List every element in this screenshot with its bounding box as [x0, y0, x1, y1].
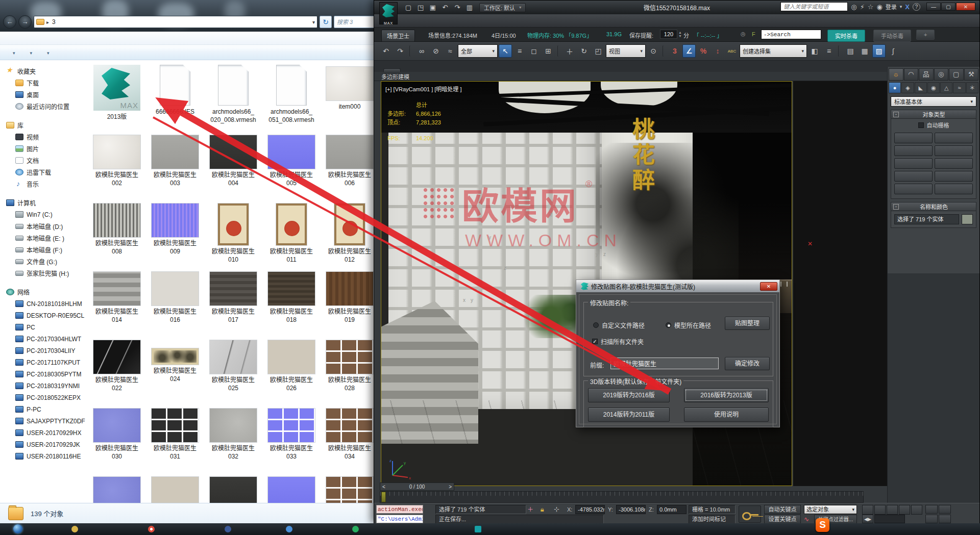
angle-snap-icon[interactable]: ∠	[682, 44, 696, 58]
file-item[interactable]: archmodels66_ 051_008.vrmesh	[263, 64, 320, 132]
separator[interactable]	[409, 45, 412, 57]
shapes-icon[interactable]: ◈	[901, 82, 914, 93]
add-time-tag[interactable]: 添加时间标记	[689, 515, 736, 524]
sidebar-item[interactable]: PC-20170304HLWT	[0, 333, 86, 345]
file-item[interactable]: 欧模肚兜猫医生 008	[88, 200, 145, 269]
scan-all-folders-checkbox[interactable]: ✓ 扫描所有文件夹	[592, 337, 644, 346]
isolate-toggle-icon[interactable]: 🜊	[527, 505, 534, 513]
prefix-input[interactable]	[610, 358, 719, 369]
key-mode-dropdown[interactable]: 选定对象▾	[804, 505, 857, 514]
file-item[interactable]: 欧模肚兜猫医生 024	[146, 337, 204, 405]
mirror-icon[interactable]: ◧	[808, 44, 821, 58]
sidebar-item[interactable]: 音乐	[0, 178, 86, 190]
rollout-header[interactable]: - 对象类型	[891, 110, 976, 119]
separator[interactable]	[838, 45, 841, 57]
sidebar-item[interactable]: 本地磁盘 (D:)	[0, 220, 86, 232]
geometry-icon[interactable]: ●	[889, 82, 901, 93]
exchange-icon[interactable]: X	[905, 3, 910, 11]
track-bar[interactable]	[380, 491, 864, 503]
ref-coord-dropdown[interactable]: 视图	[606, 44, 646, 58]
workspace-dropdown[interactable]: 工作区: 默认▾	[479, 3, 526, 12]
sidebar-item[interactable]: 文档	[0, 155, 86, 166]
max-menu-item[interactable]	[494, 19, 505, 22]
set-key-button[interactable]: 设置关键点	[764, 515, 801, 524]
sidebar-item[interactable]: 网络	[0, 286, 86, 298]
maxscript-listener-line1[interactable]: actionMan.execu	[376, 505, 423, 514]
file-item[interactable]: 欧模肚兜猫医生 011	[263, 200, 320, 269]
sidebar-item[interactable]: PC-20180305PYTM	[0, 368, 86, 380]
f-toggle[interactable]: F	[752, 31, 755, 37]
help-search-input[interactable]	[780, 2, 848, 11]
file-item[interactable]	[205, 474, 262, 503]
prev-frame-button[interactable]: <	[382, 484, 385, 490]
confirm-rename-button[interactable]: 确定修改	[725, 357, 770, 370]
sidebar-item[interactable]: 张家肚兜猫 (H:)	[0, 267, 86, 279]
max-menu-item[interactable]	[482, 19, 494, 22]
max-menu-item[interactable]	[527, 19, 538, 22]
playback-button[interactable]	[899, 505, 910, 515]
taskbar-icon[interactable]	[148, 526, 155, 532]
file-item[interactable]: 欧模肚兜猫医生 025	[205, 337, 262, 405]
next-frame-button[interactable]: >	[449, 484, 452, 490]
search-icon[interactable]: ◎	[851, 3, 856, 11]
viewport-label[interactable]: [+] [VRayCam001 ] [明暗处理 ]	[385, 85, 461, 93]
helpers-icon[interactable]: △	[940, 82, 952, 93]
taskbar-icon[interactable]	[71, 526, 78, 532]
playback-button[interactable]	[887, 505, 898, 515]
login-label[interactable]: 登录	[886, 3, 897, 11]
model-path-radio[interactable]: 模型所在路径	[666, 321, 711, 329]
file-item[interactable]: 欧模肚兜猫医生 002	[88, 132, 145, 200]
sidebar-item[interactable]: CN-20181018HLHM	[0, 298, 86, 310]
sidebar-item[interactable]: SAJAXPPTYTKZ0DF	[0, 415, 86, 427]
custom-path-radio[interactable]: 自定义文件路径	[593, 321, 645, 329]
sidebar-item[interactable]: PC-20170304LIIY	[0, 345, 86, 356]
key-step-button[interactable]: ◀▶	[862, 515, 873, 523]
viewport-nav-button[interactable]	[925, 515, 938, 523]
file-item[interactable]: 欧模肚兜猫医生 005	[263, 132, 320, 200]
time-slider[interactable]: < 0 / 100 >	[380, 482, 454, 491]
undo-icon[interactable]: ↶	[439, 3, 451, 13]
systems-icon[interactable]: ＊	[966, 82, 978, 93]
convert-2019-2016-button[interactable]: 2019版转为2016版	[588, 388, 670, 402]
start-orb-icon[interactable]	[13, 524, 22, 533]
playback-button[interactable]	[862, 505, 873, 515]
sidebar-item[interactable]: PC-20180319YNMI	[0, 380, 86, 392]
maxscript-listener-line2[interactable]: "C:\Users\Admin	[376, 515, 423, 523]
explorer-search-input[interactable]	[334, 16, 377, 28]
file-item[interactable]: 欧模肚兜猫医生 026	[263, 337, 320, 405]
help-icon[interactable]: ?	[913, 3, 920, 11]
selection-set-dropdown[interactable]: 创建选择集	[740, 44, 807, 58]
spacewarps-icon[interactable]: ≈	[953, 82, 965, 93]
sidebar-item[interactable]: DESKTOP-R0E95CL	[0, 310, 86, 321]
max-menu-item[interactable]	[415, 19, 426, 22]
separator[interactable]	[663, 45, 666, 57]
sidebar-item[interactable]: 库	[0, 119, 86, 131]
back-button[interactable]: ←	[3, 15, 16, 29]
new-file-icon[interactable]: ▢	[403, 3, 414, 13]
explorer-toolbar-button[interactable]	[56, 50, 68, 55]
ribbon-tab[interactable]	[383, 68, 401, 72]
file-item[interactable]: 欧模肚兜猫医生 014	[88, 269, 145, 337]
primitive-category-dropdown[interactable]: 标准基本体▾	[891, 96, 976, 107]
sidebar-item[interactable]: 本地磁盘 (F:)	[0, 244, 86, 256]
file-item[interactable]: 欧模肚兜猫医生 030	[88, 405, 145, 474]
file-item[interactable]: 欧模肚兜猫医生 016	[146, 269, 204, 337]
target-icon[interactable]: ◎	[741, 31, 746, 37]
primitive-button[interactable]	[894, 184, 933, 194]
playback-button[interactable]	[874, 505, 886, 515]
scale-icon[interactable]: ◰	[592, 44, 605, 58]
autogrid-checkbox[interactable]	[918, 122, 924, 128]
file-item[interactable]: 欧模肚兜猫医生 017	[205, 269, 262, 337]
sidebar-item[interactable]: USER-20170929HX	[0, 427, 86, 439]
modify-tab[interactable]: ◠	[904, 68, 919, 81]
playback-button[interactable]	[911, 505, 922, 515]
manual-antivirus-tab[interactable]: 手动杀毒	[873, 30, 911, 42]
ribbon-toggle-icon[interactable]: ▦	[858, 44, 871, 58]
file-item[interactable]: 2013版	[88, 64, 145, 132]
file-item[interactable]: 66666666.IES	[146, 64, 204, 132]
primitive-button[interactable]	[935, 158, 973, 169]
file-item[interactable]: 欧模肚兜猫医生 019	[321, 269, 378, 337]
sidebar-item[interactable]: 本地磁盘 (E: )	[0, 232, 86, 244]
spinner-snap-icon[interactable]: ↕	[711, 44, 724, 58]
forward-button[interactable]: →	[18, 15, 32, 29]
